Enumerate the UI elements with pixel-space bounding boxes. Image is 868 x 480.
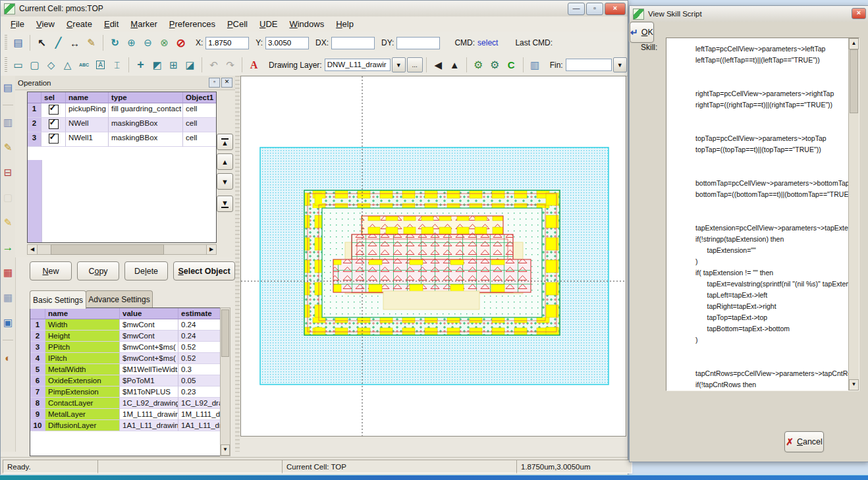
new-button[interactable]: New	[30, 261, 72, 280]
close-button[interactable]: ×	[605, 3, 626, 15]
param-name[interactable]: PimpExtension	[45, 387, 120, 398]
move-down-button[interactable]: ▼	[217, 173, 233, 190]
maximize-button[interactable]: ▫	[586, 3, 603, 15]
param-value[interactable]: 1C_L92_drawing	[120, 398, 178, 409]
param-estimate[interactable]: 0.52	[178, 353, 221, 364]
scroll-right-icon[interactable]: ▶	[206, 245, 216, 254]
settings-row[interactable]: 5 MetalWidth $M1WellTieWidt 0.3	[30, 364, 220, 375]
param-value[interactable]: $mwCont+$ms(	[120, 342, 178, 353]
scroll-thumb[interactable]	[850, 49, 858, 113]
param-name[interactable]: Height	[45, 331, 120, 342]
type-cell[interactable]: fill guardring_contact	[109, 103, 183, 118]
poly-contact-row[interactable]	[362, 216, 503, 235]
zoom-in-icon[interactable]	[123, 35, 140, 51]
param-name[interactable]: IPitch	[45, 353, 120, 364]
edit-pencil-icon[interactable]	[83, 35, 99, 51]
selection-box-icon[interactable]	[0, 190, 16, 205]
dy-input[interactable]	[396, 37, 440, 49]
param-name[interactable]: ContactLayer	[45, 398, 120, 409]
monitor-icon[interactable]	[0, 315, 16, 331]
document-list-icon[interactable]	[0, 80, 16, 95]
layout-canvas[interactable]	[241, 76, 626, 436]
delete-button[interactable]: Delete	[124, 261, 168, 280]
param-name[interactable]: MetalLayer	[45, 409, 120, 420]
drawing-layer-combo[interactable]: DNW_L11_drawir ▼ ...	[325, 57, 423, 72]
skill-textarea[interactable]: leftTap=pcCellView~>parameters~>leftTap …	[666, 38, 859, 391]
mirror-icon[interactable]	[447, 57, 463, 73]
tab-advance-settings[interactable]: Advance Settings	[86, 290, 153, 307]
grid-table-icon[interactable]	[0, 290, 16, 306]
rectangle-icon[interactable]	[10, 57, 26, 73]
name-cell[interactable]: NWell	[66, 118, 109, 132]
sel-cell[interactable]	[41, 103, 66, 118]
copy-icon[interactable]	[165, 57, 182, 73]
polygon-icon[interactable]	[43, 57, 59, 73]
stretch-icon[interactable]	[149, 57, 165, 73]
type-cell[interactable]: maskingBBox	[109, 118, 183, 132]
param-estimate[interactable]: 0.23	[178, 387, 221, 398]
param-value[interactable]: $PoToM1	[120, 375, 178, 387]
operation-row-2[interactable]: 2 NWell maskingBBox cell	[28, 118, 216, 132]
menu-preferences[interactable]: Preferences	[163, 18, 221, 30]
scroll-down-icon[interactable]: ▼	[849, 379, 859, 390]
panel-close-icon[interactable]: ✕	[221, 78, 232, 88]
param-value[interactable]: $M1ToNPLUS	[120, 387, 178, 398]
settings-row[interactable]: 7 PimpExtension $M1ToNPLUS 0.23	[30, 387, 220, 398]
undo-icon[interactable]	[205, 57, 222, 73]
scroll-thumb[interactable]	[221, 309, 229, 357]
drawing-layer-more-button[interactable]: ...	[407, 57, 423, 72]
param-estimate[interactable]: 1A1_L11_drawin	[178, 420, 221, 431]
zoom-fit-icon[interactable]	[156, 35, 173, 51]
toolbar-grip[interactable]	[5, 35, 7, 51]
move-up-button[interactable]: ▲	[217, 153, 233, 170]
oxide-tab[interactable]	[383, 291, 479, 309]
menu-ude[interactable]: UDE	[254, 18, 283, 30]
menu-file[interactable]: File	[5, 18, 30, 30]
menu-help[interactable]: Help	[330, 18, 360, 30]
erase-icon[interactable]	[182, 57, 198, 73]
select-pointer-icon[interactable]	[34, 35, 50, 51]
checkbox-checked[interactable]	[49, 119, 59, 129]
sel-cell[interactable]	[41, 118, 66, 132]
rounded-rectangle-icon[interactable]	[26, 57, 43, 73]
menu-marker[interactable]: Marker	[124, 18, 163, 30]
param-value[interactable]: $mwCont+$ms(	[120, 353, 178, 364]
instance-icon[interactable]	[109, 57, 125, 73]
save-layout-icon[interactable]	[527, 57, 543, 73]
name-cell[interactable]: NWell1	[66, 132, 109, 147]
type-cell[interactable]: maskingBBox	[109, 132, 183, 147]
settings-row[interactable]: 9 MetalLayer 1M_L111_drawir 1M_L111_draw…	[30, 409, 220, 420]
font-color-icon[interactable]	[246, 57, 262, 73]
menu-pcell[interactable]: PCell	[221, 18, 254, 30]
object1-cell[interactable]: cell	[183, 132, 217, 147]
fin-value[interactable]	[566, 59, 612, 71]
select-object-button[interactable]: Select Object	[173, 261, 235, 280]
param-estimate[interactable]: 0.24	[178, 319, 221, 331]
calendar-icon[interactable]	[0, 265, 16, 280]
object1-cell[interactable]: cell	[183, 118, 217, 132]
taskbar[interactable]	[0, 475, 868, 480]
move-to-bottom-button[interactable]: ▼	[217, 196, 233, 212]
settings-row[interactable]: 1 Width $mwCont 0.24	[30, 319, 220, 331]
object1-cell[interactable]: cell	[183, 103, 217, 118]
scroll-left-icon[interactable]: ◀	[28, 245, 38, 254]
param-name[interactable]: Width	[45, 319, 120, 331]
move-icon[interactable]	[132, 57, 149, 73]
save-icon[interactable]	[10, 35, 26, 51]
param-name[interactable]: PPitch	[45, 342, 120, 353]
minimize-button[interactable]: —	[568, 3, 585, 15]
fin-dropdown-icon[interactable]: ▼	[613, 57, 627, 72]
param-name[interactable]: OxideExtension	[45, 375, 120, 387]
drawing-layer-value[interactable]: DNW_L11_drawir	[325, 59, 391, 71]
param-name[interactable]: MetalWidth	[45, 364, 120, 375]
draw-line-icon[interactable]	[50, 35, 67, 51]
path-icon[interactable]	[59, 57, 76, 73]
fin-combo[interactable]: ▼	[566, 57, 627, 72]
source-drain-row[interactable]	[333, 259, 531, 292]
param-estimate[interactable]: 0.52	[178, 342, 221, 353]
param-value[interactable]: 1A1_L11_drawin	[120, 420, 178, 431]
settings-vscrollbar[interactable]: ▼	[220, 307, 231, 456]
copy-button[interactable]: Copy	[77, 261, 119, 280]
operation-hscrollbar[interactable]: ◀ ▶	[27, 244, 217, 255]
param-value[interactable]: $M1WellTieWidt	[120, 364, 178, 375]
